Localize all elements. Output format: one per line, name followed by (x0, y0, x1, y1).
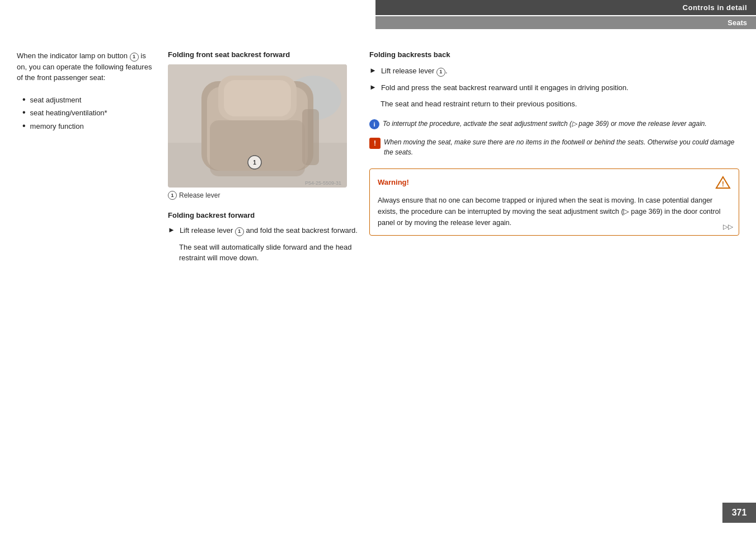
right-step-2-text: Fold and press the seat backrest rearwar… (381, 82, 628, 93)
step-1-text: Lift release lever 1 and fold the seat b… (180, 225, 358, 236)
warning-note: ! When moving the seat, make sure there … (369, 137, 739, 157)
left-intro: When the indicator lamp on button 1 is o… (17, 50, 157, 83)
circle-num-right-1: 1 (436, 68, 445, 77)
bullet-text-3: memory function (30, 120, 84, 133)
warning-icon-sq: ! (369, 138, 381, 149)
folding-backrest-section: Folding backrest forward ► Lift release … (168, 211, 358, 264)
list-item-seat-adjustment: seat adjustment (22, 93, 157, 106)
folding-backrest-title: Folding backrest forward (168, 211, 358, 219)
arrow-1: ► (168, 226, 175, 234)
right-arrow-2: ► (369, 83, 377, 91)
release-lever-label: 1 Release lever (168, 191, 358, 200)
bullet-text-2: seat heating/ventilation* (30, 106, 107, 119)
controls-detail-bar: Controls in detail (375, 0, 756, 15)
warning-box: Warning! ! Always ensure that no one can… (369, 168, 739, 236)
warning-body-text: Always ensure that no one can become tra… (378, 195, 731, 228)
left-column: When the indicator lamp on button 1 is o… (17, 50, 168, 264)
seats-bar: Seats (375, 16, 756, 29)
right-arrow-1: ► (369, 66, 377, 74)
right-step-1-text: Lift release lever 1. (381, 65, 448, 77)
right-step-1: ► Lift release lever 1. (369, 65, 739, 77)
warning-box-header: Warning! ! (378, 176, 731, 189)
page-number-box: 371 (722, 503, 756, 523)
list-item-seat-heating: seat heating/ventilation* (22, 106, 157, 119)
warning-label: Warning! (378, 178, 409, 186)
bullet-list: seat adjustment seat heating/ventilation… (22, 93, 157, 133)
info-icon: i (369, 119, 379, 129)
right-note-1: The seat and head restraint return to th… (381, 99, 739, 110)
button-num-1: 1 (130, 53, 139, 62)
main-content: When the indicator lamp on button 1 is o… (0, 39, 756, 275)
seat-image: 1 P54-25-5509-31 (168, 64, 347, 188)
folding-back-title: Folding backrests back (369, 50, 739, 59)
triangle-icon: ! (715, 176, 731, 189)
info-note: i To interrupt the procedure, activate t… (369, 119, 739, 129)
header: Controls in detail Seats (375, 0, 756, 29)
svg-text:P54-25-5509-31: P54-25-5509-31 (305, 180, 341, 186)
right-column: Folding backrests back ► Lift release le… (369, 50, 739, 264)
svg-rect-6 (224, 80, 291, 116)
page-number: 371 (732, 508, 747, 518)
list-item-memory: memory function (22, 120, 157, 133)
controls-detail-text: Controls in detail (683, 3, 747, 12)
svg-text:1: 1 (253, 160, 256, 166)
info-text: To interrupt the procedure, activate the… (383, 119, 707, 129)
svg-text:!: ! (722, 180, 724, 188)
warning-text: When moving the seat, make sure there ar… (384, 137, 739, 157)
seats-text: Seats (727, 18, 747, 27)
step-1: ► Lift release lever 1 and fold the seat… (168, 225, 358, 236)
bullet-text-1: seat adjustment (30, 93, 82, 106)
note-1-text: The seat will automatically slide forwar… (179, 242, 358, 264)
continue-arrow: ▷▷ (723, 223, 733, 231)
circle-num-release: 1 (168, 191, 177, 200)
middle-column: Folding front seat backrest forward (168, 50, 369, 264)
right-step-2: ► Fold and press the seat backrest rearw… (369, 82, 739, 93)
release-lever-text: Release lever (179, 191, 220, 199)
circle-num-step1: 1 (235, 227, 244, 236)
folding-front-title: Folding front seat backrest forward (168, 50, 358, 59)
